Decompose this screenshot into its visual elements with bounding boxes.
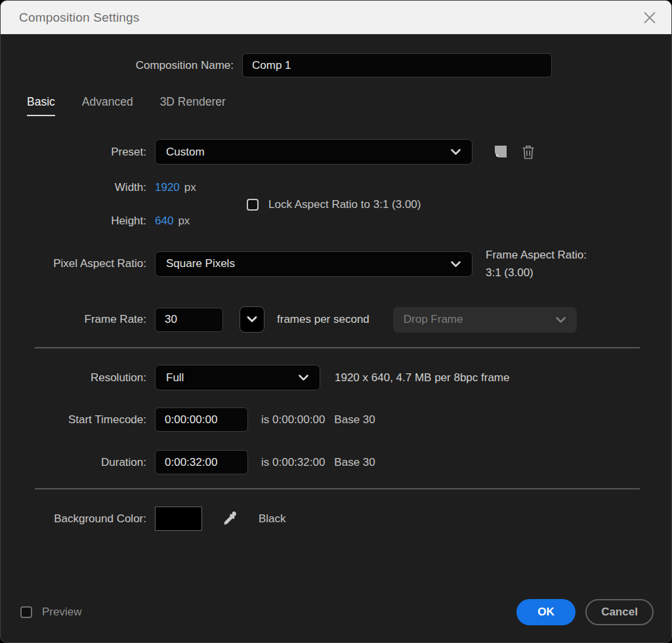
close-button[interactable] <box>640 8 660 28</box>
background-color-row: Background Color: Black <box>1 507 671 531</box>
resolution-info: 1920 x 640, 4.7 MB per 8bpc frame <box>335 371 510 384</box>
start-timecode-label: Start Timecode: <box>1 413 146 426</box>
pixel-aspect-ratio-label: Pixel Aspect Ratio: <box>1 257 146 270</box>
duration-input[interactable] <box>155 450 248 474</box>
height-row: Height: 640 px <box>1 215 224 228</box>
footer: Preview OK Cancel <box>20 599 654 625</box>
chevron-down-icon <box>555 316 566 323</box>
divider <box>35 488 640 489</box>
start-timecode-input[interactable] <box>155 407 248 432</box>
frame-rate-unit: frames per second <box>277 313 369 326</box>
trash-icon <box>521 144 536 160</box>
eyedropper-icon <box>221 510 239 528</box>
width-value[interactable]: 1920 <box>155 181 180 194</box>
chevron-down-icon <box>298 374 309 381</box>
save-preset-icon <box>493 144 508 159</box>
lock-aspect-label: Lock Aspect Ratio to 3:1 (3.00) <box>268 198 421 211</box>
width-label: Width: <box>1 181 146 194</box>
titlebar[interactable]: Composition Settings <box>1 1 671 35</box>
duration-row: Duration: is 0:00:32:00 Base 30 <box>1 450 671 474</box>
pixel-aspect-ratio-dropdown[interactable]: Square Pixels <box>155 251 472 277</box>
resolution-row: Resolution: Full 1920 x 640, 4.7 MB per … <box>1 365 671 390</box>
background-color-swatch[interactable] <box>155 507 202 531</box>
dialog-title: Composition Settings <box>19 10 140 25</box>
save-preset-button[interactable] <box>493 144 508 159</box>
background-color-label: Background Color: <box>1 512 146 526</box>
chevron-down-icon <box>450 260 461 268</box>
background-color-name: Black <box>259 512 286 526</box>
ok-button[interactable]: OK <box>516 599 576 625</box>
composition-settings-dialog: Composition Settings Composition Name: B… <box>0 0 672 643</box>
height-label: Height: <box>1 215 146 228</box>
preview-label: Preview <box>42 606 81 619</box>
frame-rate-dropdown-button[interactable] <box>240 306 264 333</box>
tab-3d-renderer[interactable]: 3D Renderer <box>160 95 226 116</box>
dimensions-section: Width: 1920 px Height: 640 px Lock Aspec… <box>1 181 671 228</box>
tab-basic[interactable]: Basic <box>27 95 55 116</box>
composition-name-label: Composition Name: <box>1 59 234 72</box>
frame-aspect-ratio-info: Frame Aspect Ratio: 3:1 (3.00) <box>486 246 587 281</box>
preset-row: Preset: Custom <box>1 139 671 165</box>
lock-aspect-row: Lock Aspect Ratio to 3:1 (3.00) <box>247 198 421 211</box>
preset-label: Preset: <box>1 146 146 159</box>
height-unit: px <box>178 215 190 228</box>
frame-aspect-ratio-value: 3:1 (3.00) <box>486 264 587 281</box>
start-timecode-row: Start Timecode: is 0:00:00:00 Base 30 <box>1 407 671 432</box>
resolution-dropdown[interactable]: Full <box>155 365 320 390</box>
duration-label: Duration: <box>1 456 146 469</box>
preset-value: Custom <box>166 146 205 159</box>
pixel-aspect-ratio-value: Square Pixels <box>166 257 235 270</box>
duration-base-text: Base 30 <box>334 456 375 469</box>
delete-preset-button[interactable] <box>521 144 536 160</box>
divider <box>35 347 640 348</box>
resolution-value: Full <box>166 371 184 384</box>
preset-dropdown[interactable]: Custom <box>155 139 472 165</box>
height-value[interactable]: 640 <box>155 215 173 228</box>
drop-frame-dropdown: Drop Frame <box>393 307 577 333</box>
width-row: Width: 1920 px <box>1 181 224 194</box>
close-icon <box>642 10 658 26</box>
cancel-button[interactable]: Cancel <box>585 599 654 625</box>
chevron-down-icon <box>247 316 257 323</box>
frame-aspect-ratio-label: Frame Aspect Ratio: <box>486 246 587 264</box>
frame-rate-row: Frame Rate: frames per second Drop Frame <box>1 306 671 333</box>
eyedropper-button[interactable] <box>221 510 239 528</box>
composition-name-row: Composition Name: <box>1 53 671 77</box>
resolution-label: Resolution: <box>1 371 146 384</box>
lock-aspect-checkbox[interactable] <box>247 199 259 211</box>
frame-rate-label: Frame Rate: <box>1 313 146 326</box>
width-unit: px <box>184 181 196 194</box>
tab-bar: Basic Advanced 3D Renderer <box>27 95 671 116</box>
start-timecode-is-text: is 0:00:00:00 <box>261 413 325 426</box>
chevron-down-icon <box>450 148 461 156</box>
tab-advanced[interactable]: Advanced <box>82 95 133 116</box>
composition-name-input[interactable] <box>242 53 552 77</box>
pixel-aspect-ratio-row: Pixel Aspect Ratio: Square Pixels Frame … <box>1 246 671 281</box>
start-timecode-base-text: Base 30 <box>334 413 375 426</box>
preview-checkbox[interactable] <box>20 606 32 618</box>
frame-rate-input[interactable] <box>155 308 223 332</box>
duration-is-text: is 0:00:32:00 <box>261 456 325 469</box>
drop-frame-value: Drop Frame <box>404 313 463 326</box>
